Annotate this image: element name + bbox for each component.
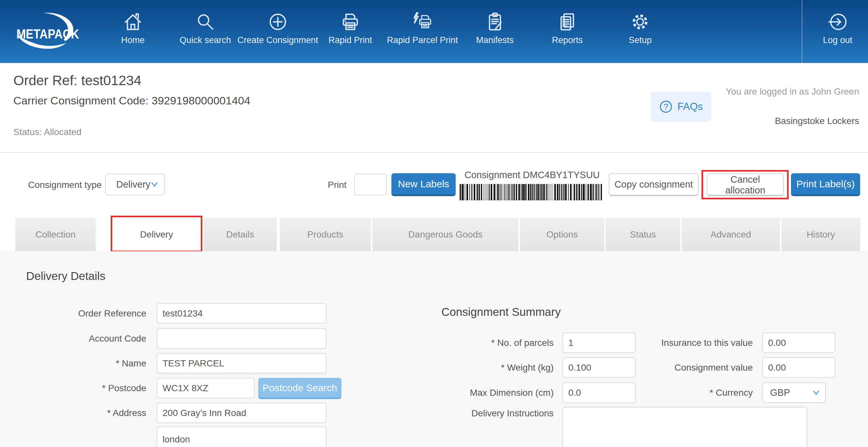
order-reference-label: Order Reference (0, 303, 146, 324)
nav-divider (802, 0, 802, 63)
consignment-type-select[interactable]: Delivery (105, 173, 165, 195)
print-quantity-input[interactable] (354, 173, 387, 195)
postcode-search-button[interactable]: Postcode Search (258, 378, 341, 399)
search-icon (195, 12, 215, 32)
tab-history[interactable]: History (781, 218, 860, 251)
nav-item-manifests[interactable]: Manifests (476, 0, 514, 63)
tab-options[interactable]: Options (520, 218, 604, 251)
new-labels-button[interactable]: New Labels (392, 173, 456, 196)
consignment-code-text: Consignment DMC4BY1TYSUU (460, 170, 604, 181)
logout-icon (828, 12, 848, 32)
max-dimension-label: Max Dimension (cm) (375, 382, 554, 403)
status-text: Status: Allocated (13, 127, 82, 137)
svg-text:METAPACK: METAPACK (16, 27, 79, 41)
tab-details[interactable]: Details (204, 218, 277, 251)
nav-item-setup[interactable]: Setup (629, 0, 652, 63)
nav-item-rapid-parcel-print[interactable]: Rapid Parcel Print (387, 0, 458, 63)
address-label: * Address (0, 403, 146, 423)
name-label: * Name (0, 353, 146, 374)
question-circle-icon: ? (659, 100, 673, 114)
tab-advanced[interactable]: Advanced (682, 218, 780, 251)
weight-label: * Weight (kg) (375, 357, 554, 378)
delivery-details-heading: Delivery Details (26, 269, 105, 283)
consignment-value-label: Consignment value (607, 357, 753, 378)
insurance-input[interactable] (762, 332, 835, 353)
chevron-down-icon (812, 390, 820, 396)
tab-collection[interactable]: Collection (16, 218, 96, 251)
top-nav: METAPACK Home Quick search Create Consig… (0, 0, 868, 63)
tab-delivery[interactable]: Delivery (114, 218, 199, 251)
delivery-instructions-label: Delivery Instructions (375, 407, 554, 420)
address-line2-input[interactable] (157, 426, 327, 447)
address-line1-input[interactable] (157, 403, 327, 423)
account-code-label: Account Code (0, 328, 146, 349)
nav-item-logout[interactable]: Log out (823, 0, 852, 63)
chevron-down-icon (151, 182, 158, 188)
plus-circle-icon (268, 12, 288, 32)
clipboard-icon (485, 12, 505, 32)
carrier-consignment-code: Carrier Consignment Code: 39291980000014… (13, 94, 250, 107)
nav-item-rapid-print[interactable]: Rapid Print (329, 0, 372, 63)
postcode-input[interactable] (157, 378, 255, 398)
nav-item-reports[interactable]: Reports (552, 0, 583, 63)
svg-text:?: ? (664, 102, 668, 111)
copy-consignment-button[interactable]: Copy consignment (609, 173, 699, 196)
printer-icon (340, 12, 361, 32)
documents-icon (557, 12, 578, 32)
account-name: Basingstoke Lockers (775, 116, 859, 126)
tab-products[interactable]: Products (280, 218, 371, 251)
gear-icon (630, 12, 650, 32)
tab-content-delivery: Delivery Details Order Reference Account… (0, 251, 868, 447)
currency-label: * Currency (607, 382, 753, 403)
order-reference-input[interactable] (157, 303, 327, 324)
tab-status[interactable]: Status (606, 218, 680, 251)
faqs-label: FAQs (677, 101, 703, 113)
postcode-label: * Postcode (0, 378, 146, 398)
order-ref-title: Order Ref: test01234 (13, 73, 141, 88)
faqs-button[interactable]: ? FAQs (651, 92, 711, 122)
metapack-logo: METAPACK (13, 6, 85, 55)
nav-item-home[interactable]: Home (121, 0, 145, 63)
home-icon (123, 12, 143, 32)
currency-select[interactable]: GBP (762, 382, 826, 403)
page-header: Order Ref: test01234 Carrier Consignment… (0, 63, 868, 153)
insurance-label: Insurance to this value (607, 332, 753, 353)
name-input[interactable] (157, 353, 327, 374)
nav-item-create-consignment[interactable]: Create Consignment (237, 0, 318, 63)
print-labels-button[interactable]: Print Label(s) (791, 173, 860, 196)
consignment-value-input[interactable] (762, 357, 835, 378)
consignment-type-label: Consignment type (28, 180, 102, 190)
flash-printer-icon (412, 12, 433, 32)
account-code-input[interactable] (157, 328, 327, 349)
tab-dangerous-goods[interactable]: Dangerous Goods (372, 218, 518, 251)
cancel-allocation-button[interactable]: Cancel allocation (707, 173, 784, 196)
print-label: Print (328, 180, 347, 190)
nav-item-quick-search[interactable]: Quick search (180, 0, 231, 63)
consignment-summary-heading: Consignment Summary (441, 306, 561, 318)
no-of-parcels-label: * No. of parcels (375, 332, 554, 353)
logged-in-text: You are logged in as John Green (726, 87, 859, 97)
delivery-instructions-textarea[interactable] (562, 407, 807, 447)
barcode (460, 184, 603, 200)
